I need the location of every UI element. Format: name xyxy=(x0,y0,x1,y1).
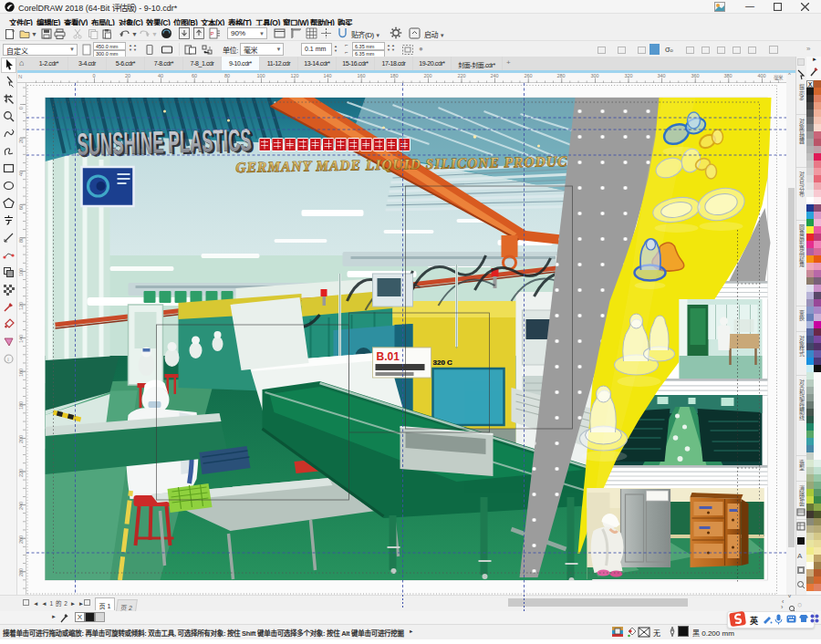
svg-text:i: i xyxy=(7,356,9,363)
svg-text:320 C: 320 C xyxy=(432,358,452,367)
svg-text:A: A xyxy=(797,552,803,560)
svg-text:P: P xyxy=(211,31,214,36)
svg-text:B.01: B.01 xyxy=(376,350,400,363)
svg-text:SUNSHINE PLASTICS: SUNSHINE PLASTICS xyxy=(76,122,251,161)
